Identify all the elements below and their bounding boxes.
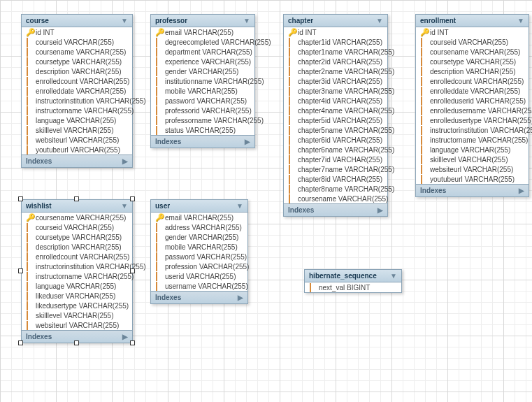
resize-handle[interactable] <box>18 340 23 345</box>
column-row[interactable]: enrolleddate VARCHAR(255) <box>416 86 529 96</box>
column-row[interactable]: chapter8id VARCHAR(255) <box>284 174 387 184</box>
table-header[interactable]: enrollment▼ <box>416 15 529 27</box>
column-row[interactable]: description VARCHAR(255) <box>22 242 132 252</box>
column-row[interactable]: coursetype VARCHAR(255) <box>416 57 529 66</box>
column-row[interactable]: gender VARCHAR(255) <box>151 232 247 242</box>
column-row[interactable]: skilllevel VARCHAR(255) <box>22 310 132 320</box>
table-hibernate_sequence[interactable]: hibernate_sequence▼next_val BIGINT <box>304 269 402 293</box>
column-row[interactable]: instructorname VARCHAR(255) <box>22 106 132 115</box>
table-header[interactable]: course▼ <box>22 15 132 27</box>
indexes-section[interactable]: Indexes▶ <box>22 155 132 167</box>
column-row[interactable]: language VARCHAR(255) <box>22 115 132 125</box>
column-row[interactable]: likeduser VARCHAR(255) <box>22 291 132 301</box>
table-chapter[interactable]: chapter▼🔑id INTchapter1id VARCHAR(255)ch… <box>283 14 388 217</box>
column-row[interactable]: chapter2name VARCHAR(255) <box>284 66 387 76</box>
column-row[interactable]: courseid VARCHAR(255) <box>22 37 132 47</box>
column-row[interactable]: password VARCHAR(255) <box>151 96 254 106</box>
column-row[interactable]: enrolleddate VARCHAR(255) <box>22 86 132 96</box>
column-row[interactable]: chapter5id VARCHAR(255) <box>284 115 387 125</box>
column-row[interactable]: enrolleduserid VARCHAR(255) <box>416 96 529 106</box>
resize-handle[interactable] <box>18 196 23 201</box>
table-header[interactable]: professor▼ <box>151 15 254 27</box>
column-row[interactable]: instructorinstitution VARCHAR(255) <box>416 125 529 135</box>
resize-handle[interactable] <box>130 268 135 273</box>
column-row[interactable]: chapter7name VARCHAR(255) <box>284 164 387 174</box>
column-row[interactable]: websiteurl VARCHAR(255) <box>22 320 132 330</box>
column-row[interactable]: degreecompleted VARCHAR(255) <box>151 37 254 47</box>
column-row[interactable]: youtubeurl VARCHAR(255) <box>22 145 132 155</box>
collapse-icon[interactable]: ▼ <box>236 202 243 210</box>
collapse-icon[interactable]: ▼ <box>243 17 250 24</box>
column-row[interactable]: experience VARCHAR(255) <box>151 57 254 66</box>
column-row[interactable]: mobile VARCHAR(255) <box>151 86 254 96</box>
column-row[interactable]: youtubeurl VARCHAR(255) <box>416 174 529 184</box>
resize-handle[interactable] <box>74 196 79 201</box>
collapse-icon[interactable]: ▼ <box>376 17 383 24</box>
column-row[interactable]: description VARCHAR(255) <box>416 66 529 76</box>
column-row[interactable]: websiteurl VARCHAR(255) <box>416 164 529 174</box>
column-row[interactable]: instructorinstitution VARCHAR(255) <box>22 96 132 106</box>
indexes-section[interactable]: Indexes▶ <box>284 203 387 216</box>
column-row[interactable]: chapter6id VARCHAR(255) <box>284 135 387 145</box>
column-row[interactable]: description VARCHAR(255) <box>22 66 132 76</box>
expand-icon[interactable]: ▶ <box>122 157 128 165</box>
column-row[interactable]: coursetype VARCHAR(255) <box>22 57 132 66</box>
column-row[interactable]: coursename VARCHAR(255) <box>284 194 387 203</box>
column-row[interactable]: 🔑coursename VARCHAR(255) <box>22 213 132 222</box>
resize-handle[interactable] <box>130 196 135 201</box>
indexes-section[interactable]: Indexes▶ <box>151 135 254 148</box>
table-enrollment[interactable]: enrollment▼🔑id INTcourseid VARCHAR(255)c… <box>415 14 529 197</box>
expand-icon[interactable]: ▶ <box>122 333 128 340</box>
column-row[interactable]: coursename VARCHAR(255) <box>22 47 132 57</box>
collapse-icon[interactable]: ▼ <box>121 202 128 210</box>
column-row[interactable]: profession VARCHAR(255) <box>151 261 247 271</box>
column-row[interactable]: password VARCHAR(255) <box>151 252 247 261</box>
collapse-icon[interactable]: ▼ <box>517 17 524 24</box>
expand-icon[interactable]: ▶ <box>378 206 383 214</box>
column-row[interactable]: chapter1id VARCHAR(255) <box>284 37 387 47</box>
column-row[interactable]: next_val BIGINT <box>305 282 401 292</box>
column-row[interactable]: skilllevel VARCHAR(255) <box>22 125 132 135</box>
indexes-section[interactable]: Indexes▶ <box>416 184 529 196</box>
column-row[interactable]: mobile VARCHAR(255) <box>151 242 247 252</box>
column-row[interactable]: enrolledusertype VARCHAR(255) <box>416 115 529 125</box>
table-course[interactable]: course▼🔑id INTcourseid VARCHAR(255)cours… <box>21 14 133 168</box>
collapse-icon[interactable]: ▼ <box>121 17 128 24</box>
column-row[interactable]: chapter1name VARCHAR(255) <box>284 47 387 57</box>
column-row[interactable]: instructorname VARCHAR(255) <box>416 135 529 145</box>
column-row[interactable]: 🔑email VARCHAR(255) <box>151 213 247 222</box>
table-header[interactable]: wishlist▼ <box>22 200 132 213</box>
column-row[interactable]: 🔑id INT <box>22 27 132 37</box>
column-row[interactable]: enrolledusername VARCHAR(255) <box>416 106 529 115</box>
column-row[interactable]: coursetype VARCHAR(255) <box>22 232 132 242</box>
column-row[interactable]: chapter5name VARCHAR(255) <box>284 125 387 135</box>
column-row[interactable]: chapter3name VARCHAR(255) <box>284 86 387 96</box>
table-professor[interactable]: professor▼🔑email VARCHAR(255)degreecompl… <box>150 14 255 148</box>
column-row[interactable]: institutionname VARCHAR(255) <box>151 76 254 86</box>
column-row[interactable]: chapter8name VARCHAR(255) <box>284 184 387 194</box>
column-row[interactable]: chapter6name VARCHAR(255) <box>284 145 387 155</box>
collapse-icon[interactable]: ▼ <box>390 272 397 280</box>
table-header[interactable]: hibernate_sequence▼ <box>305 270 401 282</box>
column-row[interactable]: 🔑id INT <box>284 27 387 37</box>
column-row[interactable]: chapter7id VARCHAR(255) <box>284 155 387 164</box>
column-row[interactable]: chapter4name VARCHAR(255) <box>284 106 387 115</box>
column-row[interactable]: status VARCHAR(255) <box>151 125 254 135</box>
column-row[interactable]: enrolledcount VARCHAR(255) <box>22 76 132 86</box>
column-row[interactable]: gender VARCHAR(255) <box>151 66 254 76</box>
expand-icon[interactable]: ▶ <box>245 138 250 145</box>
column-row[interactable]: chapter2id VARCHAR(255) <box>284 57 387 66</box>
column-row[interactable]: 🔑email VARCHAR(255) <box>151 27 254 37</box>
table-wishlist[interactable]: wishlist▼🔑coursename VARCHAR(255)coursei… <box>21 199 133 343</box>
column-row[interactable]: professorname VARCHAR(255) <box>151 115 254 125</box>
column-row[interactable]: websiteurl VARCHAR(255) <box>22 135 132 145</box>
column-row[interactable]: chapter4id VARCHAR(255) <box>284 96 387 106</box>
column-row[interactable]: skilllevel VARCHAR(255) <box>416 155 529 164</box>
column-row[interactable]: language VARCHAR(255) <box>22 281 132 291</box>
column-row[interactable]: professorid VARCHAR(255) <box>151 106 254 115</box>
table-header[interactable]: chapter▼ <box>284 15 387 27</box>
table-user[interactable]: user▼🔑email VARCHAR(255)address VARCHAR(… <box>150 199 248 304</box>
column-row[interactable]: instructorname VARCHAR(255) <box>22 271 132 281</box>
column-row[interactable]: department VARCHAR(255) <box>151 47 254 57</box>
expand-icon[interactable]: ▶ <box>519 187 524 194</box>
